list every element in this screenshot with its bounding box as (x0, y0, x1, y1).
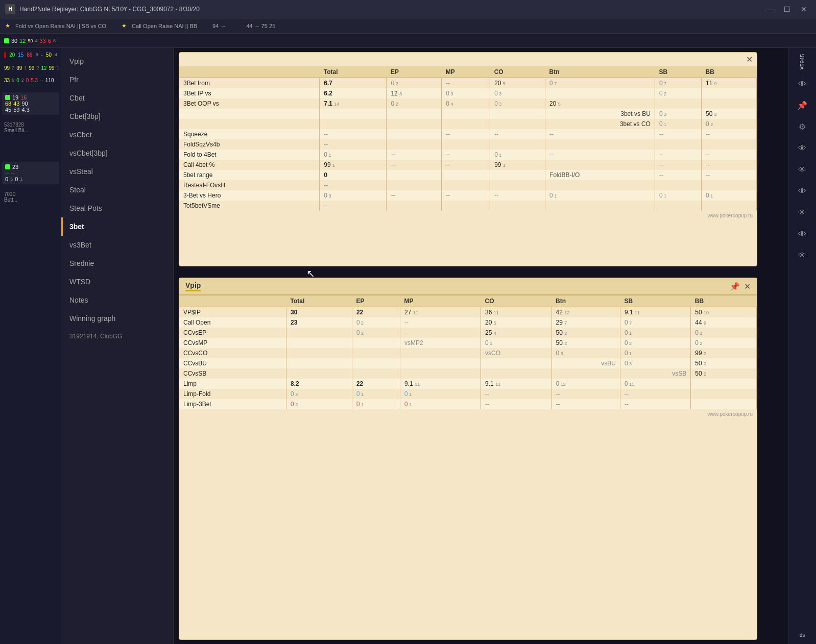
hint1: Fold vs Open Raise NAI || SB vs CO (15, 23, 106, 29)
balance-display: ¥5945 (797, 52, 807, 72)
vcol-mp: MP (400, 295, 481, 307)
sidebar-item-vscbet3bp[interactable]: vsCbet[3bp] (61, 144, 173, 162)
sidebar-item-srednie[interactable]: Srednie (61, 254, 173, 273)
right-eye-icon-2[interactable]: 👁 (793, 139, 811, 158)
stats-table-upper: Total EP MP CO Btn SB BB 3Bet from 6.7 0… (179, 66, 757, 211)
sidebar: Vpip Pfr Cbet Cbet[3bp] vsCbet vsCbet[3b… (61, 48, 174, 644)
main-layout: 20 15 88 8 -- 50 4 992 991 992 12 991 --… (0, 48, 816, 644)
table-row: 3Bet IP vs 6.2 12 8 0 3 0 3 0 2 (179, 88, 757, 98)
stats-panel-header: ✕ (179, 53, 757, 66)
vcol-total: Total (286, 295, 352, 307)
right-eye-icon-1[interactable]: 👁 (793, 75, 811, 93)
sidebar-item-vssteal[interactable]: vsSteal (61, 162, 173, 181)
vcol-ep: EP (352, 295, 400, 307)
sidebar-item-vscbet[interactable]: vsCbet (61, 126, 173, 144)
player-card-1: 19 16 68 43 90 45 59 4.3 (2, 92, 59, 115)
col-mp: MP (442, 66, 490, 78)
row-total: 6.7 (320, 78, 387, 89)
row-bb: 11 9 (702, 78, 757, 89)
sidebar-item-cbet3bp[interactable]: Cbet[3bp] (61, 107, 173, 126)
window-title: Hand2Note Replayer: ClubGG NL5/10¥ - CGG… (19, 6, 759, 13)
col-label (179, 66, 320, 78)
table-row: 5bet range 0 FoldBB-I/O -- -- (179, 170, 757, 180)
right-pin-icon[interactable]: 📌 (793, 96, 811, 115)
player-id-1: 5317828Small Bli... (2, 121, 59, 134)
row-ep: 0 2 (387, 78, 442, 89)
sidebar-item-pfr[interactable]: Pfr (61, 70, 173, 89)
table-row: CCvsCO vsCO 0 3 0 1 99 2 (179, 348, 757, 358)
table-row: Fold to 4Bet 0 1 -- -- 0 1 -- -- -- (179, 150, 757, 160)
ds-label: ds (798, 630, 807, 640)
dot-green-2 (5, 164, 10, 169)
sidebar-item-steal-pots[interactable]: Steal Pots (61, 199, 173, 217)
star-icon1: ★ (5, 22, 10, 29)
vpip-table: Total EP MP CO Btn SB BB VP$IP 30 22 27 (179, 295, 757, 409)
col-ep: EP (387, 66, 442, 78)
hud-val3: 50 (28, 38, 33, 43)
vcol-sb: SB (620, 295, 690, 307)
right-eye-icon-5[interactable]: 👁 (793, 204, 811, 222)
table-row: 3bet vs BU 0 3 50 2 (179, 109, 757, 119)
minimize-button[interactable]: — (763, 4, 777, 15)
range-vals: 44 → 75 25 (246, 23, 275, 29)
hud-val2: 12 (19, 38, 26, 44)
sidebar-item-winning-graph[interactable]: Winning graph (61, 309, 173, 328)
title-bar: H Hand2Note Replayer: ClubGG NL5/10¥ - C… (0, 0, 816, 18)
sidebar-item-steal[interactable]: Steal (61, 181, 173, 199)
stats-panel-upper: ✕ Total EP MP CO Btn SB BB (179, 52, 757, 266)
close-button[interactable]: ✕ (797, 4, 811, 15)
sidebar-item-wtsd[interactable]: WTSD (61, 273, 173, 291)
hud-val4: 4 (35, 38, 38, 43)
col-btn: Btn (545, 66, 655, 78)
vpip-header-row: Total EP MP CO Btn SB BB (179, 295, 757, 307)
table-row: Limp 8.2 22 9.1 11 9.1 11 0 12 0 11 (179, 379, 757, 389)
maximize-button[interactable]: ☐ (780, 4, 794, 15)
table-row: Tot5betVSme -- (179, 201, 757, 211)
sidebar-item-3bet[interactable]: 3bet (61, 217, 173, 236)
table-row: 3Bet from 6.7 0 2 -- 20 5 0 7 0 7 11 9 (179, 78, 757, 89)
col-sb: SB (655, 66, 701, 78)
app-icon: H (5, 4, 15, 14)
sidebar-item-notes[interactable]: Notes (61, 291, 173, 309)
right-bar: ¥5945 👁 📌 ⚙ 👁 👁 👁 👁 👁 👁 ds (788, 48, 816, 644)
dot-green-1 (5, 95, 10, 100)
row-mp: -- (442, 78, 490, 89)
stats-close-button[interactable]: ✕ (746, 55, 753, 64)
vcol-co: CO (481, 295, 551, 307)
table-row: Limp-Fold 0 2 0 1 0 1 -- -- -- (179, 389, 757, 399)
hud-val7: 6 (53, 38, 56, 43)
vpip-controls: 📌 ✕ (730, 282, 751, 291)
row-sb: 0 7 (655, 78, 701, 89)
hud-val5: 33 (40, 38, 46, 44)
right-eye-icon-4[interactable]: 👁 (793, 182, 811, 201)
hud-val1: 30 (11, 38, 17, 44)
table-row: Resteal-FOvsH -- (179, 180, 757, 190)
right-eye-icon-6[interactable]: 👁 (793, 225, 811, 243)
row-btn: 0 7 (545, 78, 655, 89)
right-gear-icon[interactable]: ⚙ (793, 118, 811, 136)
table-row: CCvsEP 0 2 -- 25 4 50 2 0 1 0 1 (179, 328, 757, 338)
sidebar-item-cbet[interactable]: Cbet (61, 89, 173, 107)
vpip-title: Vpip (185, 281, 201, 291)
table-row: CCvsBU vsBU 0 3 50 2 (179, 358, 757, 368)
status-red (4, 52, 6, 58)
row-label: 3Bet from (179, 78, 320, 89)
sub-header: ★ Fold vs Open Raise NAI || SB vs CO ★ C… (0, 18, 816, 34)
table-row: CCvsMP vsMP2 0 1 50 2 0 2 0 2 (179, 338, 757, 348)
row-co: 20 5 (490, 78, 545, 89)
vpip-close-button[interactable]: ✕ (744, 282, 751, 291)
right-eye-icon-7[interactable]: 👁 (793, 246, 811, 265)
status-dot-green (4, 38, 9, 43)
vpip-pin-button[interactable]: 📌 (730, 282, 740, 291)
content-area: ✕ Total EP MP CO Btn SB BB (174, 48, 788, 644)
sidebar-item-vs3bet[interactable]: vs3Bet (61, 236, 173, 254)
hint2: Call Open Raise NAI || BB (132, 23, 197, 29)
sidebar-bottom-id: 31921914, ClubGG (61, 328, 173, 345)
vcol-label (179, 295, 286, 307)
table-row: 3bet vs CO 0 1 0 2 (179, 119, 757, 129)
right-eye-icon-3[interactable]: 👁 (793, 161, 811, 179)
col-total: Total (320, 66, 387, 78)
left-panel: 20 15 88 8 -- 50 4 992 991 992 12 991 --… (0, 48, 61, 644)
hud-top-v1: 20 (9, 52, 15, 63)
sidebar-item-vpip[interactable]: Vpip (61, 52, 173, 70)
